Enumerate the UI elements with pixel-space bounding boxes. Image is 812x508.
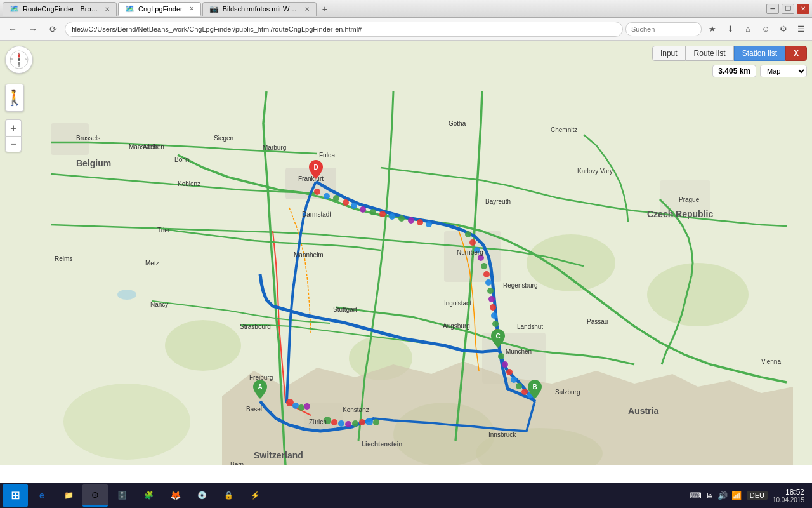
svg-point-19 — [343, 199, 349, 206]
map-type-select[interactable]: Map Satellite Terrain — [760, 65, 807, 77]
svg-point-29 — [465, 231, 471, 237]
menu-icon[interactable]: ☰ — [794, 22, 808, 36]
restore-button[interactable]: ❐ — [782, 4, 794, 14]
start-button[interactable]: ⊞ — [3, 484, 28, 507]
download-icon[interactable]: ⬇ — [723, 22, 737, 36]
title-bar: 🗺️RouteCngFinder - Browse ...✕🗺️CngLpgFi… — [0, 0, 812, 18]
svg-point-32 — [478, 255, 484, 261]
svg-text:C: C — [495, 333, 500, 340]
map-container[interactable]: N S W E 🚶 + − Input Route list Station l… — [0, 41, 812, 465]
svg-point-22 — [370, 209, 376, 215]
marker-D[interactable]: D — [309, 160, 323, 182]
tab-tab1[interactable]: 🗺️RouteCngFinder - Browse ...✕ — [3, 2, 117, 16]
monitor-icon[interactable]: 🖥 — [705, 491, 714, 500]
network-icon[interactable]: 📶 — [731, 491, 742, 500]
svg-rect-6 — [51, 123, 89, 155]
taskbar-clock: 18:52 10.04.2015 — [773, 488, 804, 504]
tab-strip: 🗺️RouteCngFinder - Browse ...✕🗺️CngLpgFi… — [3, 2, 766, 16]
taskbar-item-firefox[interactable]: 🦊 — [162, 484, 188, 507]
svg-point-53 — [304, 403, 310, 410]
home-icon[interactable]: ⌂ — [741, 22, 755, 36]
svg-point-20 — [351, 203, 357, 209]
taskbar-item-ie[interactable]: e — [29, 484, 55, 507]
svg-point-47 — [516, 383, 522, 389]
svg-point-13 — [63, 384, 190, 460]
svg-point-38 — [490, 304, 496, 311]
marker-C[interactable]: C — [491, 329, 505, 351]
taskbar-item-folder[interactable]: 📁 — [56, 484, 81, 507]
svg-point-1 — [117, 290, 136, 300]
pegman-button[interactable]: 🚶 — [5, 84, 24, 112]
marker-B[interactable]: B — [528, 380, 542, 401]
svg-point-56 — [338, 420, 344, 427]
map-controls: N S W E 🚶 + − — [5, 46, 33, 152]
svg-point-57 — [345, 421, 351, 427]
svg-point-52 — [298, 404, 304, 411]
svg-point-59 — [359, 419, 365, 425]
svg-point-34 — [483, 271, 490, 277]
forward-button[interactable]: → — [24, 20, 42, 38]
speaker-icon[interactable]: 🔊 — [717, 491, 728, 500]
svg-point-44 — [502, 361, 508, 368]
svg-point-25 — [398, 215, 405, 222]
svg-point-17 — [324, 193, 330, 199]
svg-point-48 — [521, 389, 528, 395]
keyboard-icon[interactable]: ⌨ — [690, 491, 702, 500]
address-bar: ← → ⟳ ★ ⬇ ⌂ ☺ ⚙ ☰ — [0, 18, 812, 41]
svg-point-35 — [485, 279, 492, 286]
svg-point-43 — [498, 353, 504, 359]
taskbar: ⊞ e📁⊙🗄️🧩🦊💿🔒⚡ ⌨ 🖥 🔊 📶 DEU 18:52 10.04.201… — [0, 483, 812, 508]
minimize-button[interactable]: ─ — [766, 4, 779, 14]
search-box[interactable] — [625, 22, 702, 36]
taskbar-item-chrome[interactable]: ⊙ — [82, 484, 108, 507]
svg-point-28 — [426, 221, 432, 227]
taskbar-item-puzzle[interactable]: 🧩 — [136, 484, 161, 507]
compass-button[interactable]: N S W E — [5, 46, 33, 74]
svg-point-33 — [481, 263, 487, 269]
svg-point-26 — [408, 217, 414, 224]
marker-A[interactable]: A — [253, 380, 267, 401]
favorites-icon[interactable]: ★ — [705, 22, 719, 36]
svg-text:W: W — [10, 57, 13, 61]
svg-rect-7 — [660, 180, 710, 218]
svg-point-9 — [165, 320, 241, 371]
tab-tab2[interactable]: 🗺️CngLpgFinder✕ — [118, 2, 201, 16]
language-badge[interactable]: DEU — [747, 491, 768, 500]
taskbar-item-db[interactable]: 🗄️ — [109, 484, 134, 507]
svg-point-40 — [492, 321, 499, 327]
distance-row: 3.405 km Map Satellite Terrain — [712, 65, 807, 77]
route-list-button[interactable]: Route list — [686, 46, 734, 61]
taskbar-item-lock[interactable]: 🔒 — [216, 484, 241, 507]
back-button[interactable]: ← — [4, 20, 22, 38]
refresh-button[interactable]: ⟳ — [44, 20, 62, 38]
svg-point-55 — [331, 419, 337, 425]
zoom-out-button[interactable]: − — [5, 136, 22, 152]
svg-point-24 — [389, 213, 395, 220]
map-buttons: Input Route list Station list X — [652, 46, 807, 61]
svg-text:D: D — [313, 164, 318, 171]
map-top-right: Input Route list Station list X 3.405 km… — [652, 46, 807, 77]
address-input[interactable] — [65, 22, 623, 37]
input-button[interactable]: Input — [652, 46, 686, 61]
close-button[interactable]: ✕ — [797, 4, 809, 14]
taskbar-item-filezilla[interactable]: ⚡ — [242, 484, 268, 507]
svg-point-65 — [18, 58, 20, 61]
svg-point-39 — [491, 312, 497, 319]
distance-badge: 3.405 km — [712, 65, 756, 77]
taskbar-item-disk[interactable]: 💿 — [189, 484, 214, 507]
svg-point-60 — [365, 418, 373, 425]
svg-point-51 — [292, 403, 299, 409]
close-panel-button[interactable]: X — [785, 46, 807, 61]
new-tab-button[interactable]: + — [318, 2, 332, 16]
svg-point-30 — [469, 239, 476, 246]
svg-point-54 — [324, 417, 331, 424]
settings-icon[interactable]: ⚙ — [776, 22, 790, 36]
svg-point-12 — [647, 263, 749, 326]
svg-point-36 — [487, 288, 494, 294]
svg-point-27 — [417, 219, 423, 225]
toolbar-right: ★ ⬇ ⌂ ☺ ⚙ ☰ — [625, 22, 808, 36]
station-list-button[interactable]: Station list — [734, 46, 785, 61]
zoom-in-button[interactable]: + — [5, 119, 22, 136]
smiley-icon[interactable]: ☺ — [759, 22, 773, 36]
tab-tab3[interactable]: 📷Bildschirmfotos mit Windo...✕ — [202, 2, 317, 16]
